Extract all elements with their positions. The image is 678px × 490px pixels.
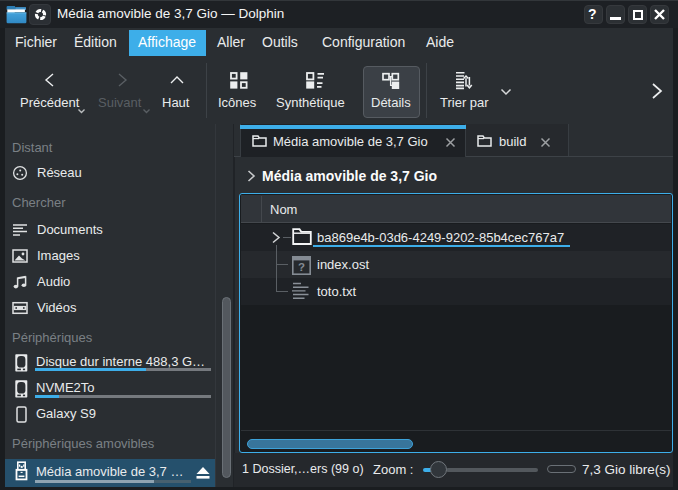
svg-text:?: ?	[298, 261, 305, 273]
